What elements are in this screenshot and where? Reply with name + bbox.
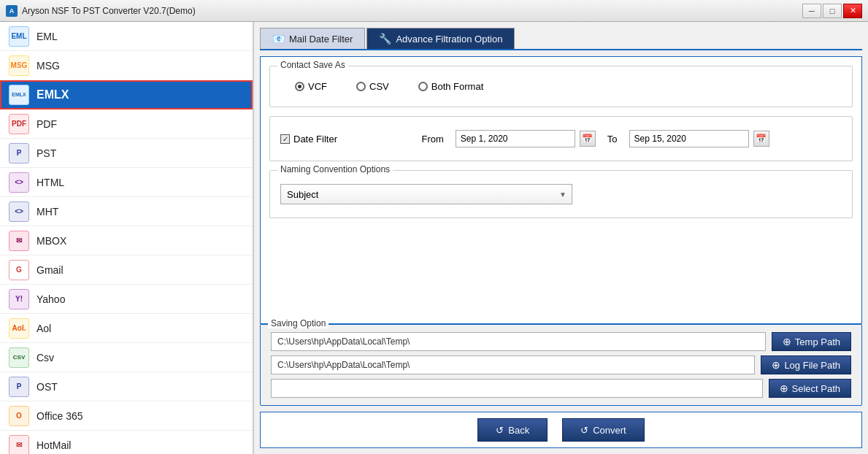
select-path-input[interactable] <box>271 379 763 398</box>
contact-save-as-section: Contact Save As VCF CSV Both Format <box>269 66 853 107</box>
select-path-button[interactable]: ⊕ Select Path <box>769 379 852 398</box>
sidebar-icon-msg: MSG <box>9 55 29 76</box>
date-filter-checkbox-label[interactable]: Date Filter <box>280 134 337 145</box>
to-date-group: 📅 <box>629 130 769 147</box>
maximize-button[interactable]: □ <box>823 4 842 18</box>
naming-convention-section: Naming Convention Options Subject Date F… <box>269 170 853 218</box>
to-label: To <box>607 134 618 145</box>
mail-date-filter-icon: 📧 <box>272 33 285 45</box>
sidebar-item-emlx[interactable]: EMLX EMLX <box>0 80 253 109</box>
sidebar-icon-html: <> <box>9 172 29 193</box>
sidebar-item-aol[interactable]: Aol. Aol <box>0 314 253 343</box>
saving-option-title: Saving Option <box>268 318 329 328</box>
tab-advance-filtration-label: Advance Filtration Option <box>396 34 502 45</box>
advance-filtration-icon: 🔧 <box>379 33 391 45</box>
sidebar-item-csv[interactable]: CSV Csv <box>0 343 253 372</box>
log-file-path-row: ⊕ Log File Path <box>271 355 851 374</box>
date-filter-checkbox[interactable] <box>280 134 290 144</box>
sidebar-item-pst[interactable]: P PST <box>0 139 253 168</box>
naming-convention-select[interactable]: Subject Date From To <box>280 184 572 204</box>
sidebar-item-mht[interactable]: <> MHT <box>0 197 253 226</box>
sidebar-item-gmail[interactable]: G Gmail <box>0 255 253 285</box>
from-date-input[interactable] <box>456 130 575 147</box>
sidebar-item-pdf[interactable]: PDF PDF <box>0 109 253 139</box>
saving-option-section: Saving Option ⊕ Temp Path ⊕ Log File Pat… <box>260 324 862 406</box>
select-path-button-icon: ⊕ <box>780 382 788 394</box>
sidebar-icon-hotmail: ✉ <box>9 435 29 455</box>
close-button[interactable]: ✕ <box>843 4 862 18</box>
sidebar-icon-ost: P <box>9 377 29 397</box>
sidebar-item-eml[interactable]: EML EML <box>0 22 253 51</box>
sidebar: EML EML MSG MSG EMLX EMLX PDF PDF P PST … <box>0 22 254 454</box>
radio-both-circle <box>418 82 428 91</box>
radio-csv-label: CSV <box>369 81 389 92</box>
naming-convention-title: Naming Convention Options <box>277 164 393 174</box>
date-filter-row: Date Filter From 📅 To 📅 <box>280 124 842 153</box>
to-date-calendar-button[interactable]: 📅 <box>753 131 769 147</box>
sidebar-label-yahoo: Yahoo <box>37 293 65 305</box>
from-date-calendar-button[interactable]: 📅 <box>580 131 596 147</box>
tab-mail-date-filter[interactable]: 📧 Mail Date Filter <box>260 28 365 49</box>
minimize-button[interactable]: ─ <box>802 4 821 18</box>
sidebar-label-aol: Aol <box>37 323 51 334</box>
sidebar-item-mbox[interactable]: ✉ MBOX <box>0 226 253 255</box>
radio-csv[interactable]: CSV <box>356 81 389 92</box>
right-panel: 📧 Mail Date Filter 🔧 Advance Filtration … <box>254 22 868 454</box>
sidebar-item-o365[interactable]: O Office 365 <box>0 401 253 431</box>
tab-bar: 📧 Mail Date Filter 🔧 Advance Filtration … <box>260 28 862 50</box>
sidebar-icon-csv: CSV <box>9 347 29 368</box>
sidebar-icon-mht: <> <box>9 201 29 222</box>
sidebar-icon-aol: Aol. <box>9 318 29 339</box>
window-controls: ─ □ ✕ <box>802 4 862 18</box>
sidebar-icon-eml: EML <box>9 26 29 47</box>
tab-mail-date-filter-label: Mail Date Filter <box>289 34 353 45</box>
tab-advance-filtration[interactable]: 🔧 Advance Filtration Option <box>366 28 515 49</box>
sidebar-icon-emlx: EMLX <box>9 85 29 105</box>
temp-path-button[interactable]: ⊕ Temp Path <box>772 332 851 351</box>
sidebar-icon-mbox: ✉ <box>9 231 29 251</box>
naming-convention-select-wrapper: Subject Date From To <box>280 184 572 204</box>
sidebar-icon-yahoo: Y! <box>9 289 29 309</box>
log-file-path-input[interactable] <box>271 355 755 374</box>
radio-vcf-circle <box>295 82 304 91</box>
log-file-path-button[interactable]: ⊕ Log File Path <box>761 355 851 374</box>
sidebar-icon-pdf: PDF <box>9 114 29 134</box>
radio-vcf-label: VCF <box>308 81 327 92</box>
select-path-row: ⊕ Select Path <box>271 379 851 398</box>
from-label: From <box>421 134 443 145</box>
radio-both-label: Both Format <box>431 81 484 92</box>
sidebar-label-emlx: EMLX <box>37 88 69 101</box>
main-layout: EML EML MSG MSG EMLX EMLX PDF PDF P PST … <box>0 22 868 454</box>
sidebar-label-html: HTML <box>37 177 64 188</box>
select-path-button-label: Select Path <box>792 383 841 394</box>
content-area: Contact Save As VCF CSV Both Format <box>260 56 862 324</box>
sidebar-item-msg[interactable]: MSG MSG <box>0 51 253 80</box>
sidebar-label-mht: MHT <box>37 206 58 218</box>
sidebar-label-hotmail: HotMail <box>37 439 71 451</box>
convert-label: Convert <box>593 425 626 436</box>
bottom-bar: ↺ Back ↺ Convert <box>260 412 862 448</box>
title-bar-title: Aryson NSF To PST Converter V20.7(Demo) <box>22 6 196 16</box>
sidebar-label-gmail: Gmail <box>37 264 64 276</box>
naming-convention-row: Subject Date From To <box>280 178 842 210</box>
sidebar-item-ost[interactable]: P OST <box>0 372 253 401</box>
convert-button[interactable]: ↺ Convert <box>562 418 645 442</box>
sidebar-label-pdf: PDF <box>37 118 57 130</box>
date-filter-label: Date Filter <box>293 134 337 145</box>
sidebar-item-yahoo[interactable]: Y! Yahoo <box>0 285 253 314</box>
radio-vcf[interactable]: VCF <box>295 81 327 92</box>
back-label: Back <box>508 425 529 436</box>
sidebar-label-ost: OST <box>37 381 58 393</box>
back-button[interactable]: ↺ Back <box>477 418 548 442</box>
to-date-input[interactable] <box>629 130 749 147</box>
contact-save-as-options: VCF CSV Both Format <box>280 74 842 99</box>
sidebar-item-html[interactable]: <> HTML <box>0 168 253 197</box>
saving-rows: ⊕ Temp Path ⊕ Log File Path ⊕ Select P <box>271 332 851 398</box>
convert-icon: ↺ <box>580 425 588 436</box>
radio-both-format[interactable]: Both Format <box>418 81 484 92</box>
sidebar-label-o365: Office 365 <box>37 410 83 422</box>
sidebar-item-hotmail[interactable]: ✉ HotMail <box>0 431 253 454</box>
app-icon: A <box>6 5 18 17</box>
temp-path-input[interactable] <box>271 332 766 351</box>
temp-path-row: ⊕ Temp Path <box>271 332 851 351</box>
